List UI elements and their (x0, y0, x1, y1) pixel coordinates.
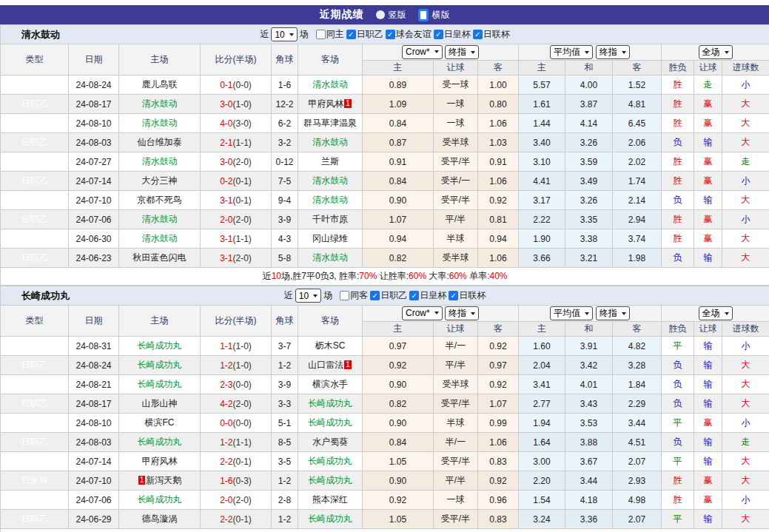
result-goals: 大 (722, 510, 769, 529)
home-team: 长崎成功丸 (138, 340, 182, 351)
match-count-select-value: 10 (299, 291, 309, 301)
checkbox-checked-icon: ✓ (434, 30, 443, 39)
same-side-checkbox[interactable]: 同客 (340, 289, 368, 302)
same-side-checkbox[interactable]: 同主 (316, 28, 344, 41)
corner-score: 12-2 (272, 95, 298, 114)
score-cell: 2-2(0-1) (201, 510, 272, 529)
match-date: 24-08-03 (69, 133, 119, 152)
avg-home-odds: 1.90 (519, 229, 565, 249)
avg-home-odds: 5.57 (519, 75, 565, 95)
league-checkbox-0[interactable]: ✓日职乙 (346, 28, 383, 41)
chevron-down-icon (471, 312, 475, 315)
col-header-home: 主场 (119, 44, 201, 75)
away-team-text: 冈山绿雉 (312, 233, 348, 243)
handicap-line: 受半球 (434, 375, 478, 394)
result-outcome: 平 (662, 510, 694, 529)
league-checkbox-1[interactable]: ✓球会友谊 (386, 28, 431, 41)
avg-away-odds: 3.28 (613, 356, 662, 375)
home-team-text: 长崎成功丸 (138, 494, 182, 505)
away-team-cell: 清水鼓动 (298, 249, 363, 268)
col-header-home: 主场 (119, 306, 201, 337)
scope-select[interactable]: 全场 (699, 306, 733, 320)
match-count-select[interactable]: 10 (271, 27, 297, 41)
league-checkbox-3-label: 日联杯 (483, 28, 510, 41)
away-team-text: 长崎成功丸 (308, 398, 352, 408)
match-count-select[interactable]: 10 (295, 289, 321, 303)
league-checkbox-1[interactable]: ✓日皇杯 (409, 289, 446, 302)
home-team-text: 清水鼓动 (142, 233, 178, 243)
away-team-cell: 千叶市原 (298, 210, 363, 229)
handicap-away-odds: 1.03 (478, 133, 519, 152)
match-date: 24-07-10 (69, 191, 119, 210)
home-team-text: 新泻天鹅 (146, 475, 181, 485)
scope-select-group: 全场 (662, 44, 769, 61)
league-checkbox-3[interactable]: ✓日联杯 (473, 28, 510, 41)
avg-away-odds: 2.06 (613, 133, 662, 152)
half-time-score: (0-3) (233, 476, 252, 486)
summary-part: 单率: (467, 271, 490, 281)
avg-stage-select[interactable]: 终指 (596, 306, 630, 320)
result-outcome: 平 (662, 337, 694, 356)
full-time-score: 3-0 (220, 157, 232, 167)
result-handicap: 赢 (694, 172, 722, 191)
type-badge: 日皇杯 (1, 471, 69, 491)
col-header-score: 比分(半场) (201, 306, 272, 337)
layout-radio-horizontal[interactable]: 横版 (418, 9, 450, 21)
result-handicap: 赢 (694, 471, 722, 491)
avg-draw-odds: 3.67 (565, 452, 613, 471)
handicap-home-odds: 0.90 (363, 375, 434, 394)
away-team: 清水鼓动 (312, 175, 348, 186)
summary-part: 近 (263, 271, 272, 281)
home-team-text: 甲府风林 (142, 456, 178, 466)
col-header-corner: 角球 (272, 306, 298, 337)
home-team: 横滨FC (145, 417, 175, 428)
handicap-line: 半/一 (434, 337, 478, 356)
handicap-home-odds: 0.94 (363, 229, 434, 249)
match-row: 日皇杯24-07-10京都不死鸟3-1(0-1)9-4清水鼓动0.90受平/半0… (1, 191, 769, 210)
avg-away-odds: 2.07 (613, 452, 662, 471)
league-checkbox-2[interactable]: ✓日皇杯 (434, 28, 471, 41)
odds-source-select[interactable]: Crow* (402, 306, 443, 320)
away-team-cell: 甲府风林1 (298, 95, 363, 114)
match-row: 日皇杯24-08-21长崎成功丸2-3(0-0)3-9横滨水手0.90受半球0.… (1, 375, 769, 394)
chevron-down-icon (585, 51, 589, 54)
result-handicap: 赢 (694, 414, 722, 433)
red-card-badge: 1 (344, 360, 352, 369)
avg-draw-odds: 3.38 (565, 229, 613, 249)
filter-controls: 近10场同主✓日职乙✓球会友谊✓日皇杯✓日联杯 (260, 27, 509, 41)
half-time-score: (0-1) (233, 195, 252, 206)
away-team-text: 山口雷法 (308, 360, 343, 370)
checkbox-checked-icon: ✓ (370, 291, 380, 300)
layout-radio-vertical[interactable]: 竖版 (376, 9, 406, 21)
odds-source-select[interactable]: Crow* (402, 45, 443, 59)
avg-source-select[interactable]: 平均值 (550, 306, 593, 320)
checkbox-checked-icon: ✓ (409, 291, 419, 300)
league-checkbox-2[interactable]: ✓日联杯 (449, 289, 486, 302)
handicap-home-odds: 0.84 (363, 172, 434, 191)
handicap-home-odds: 0.84 (363, 114, 434, 133)
corner-score: 1-2 (272, 471, 298, 491)
type-badge: 日职乙 (1, 452, 69, 471)
sub-col-header-1: 让球 (434, 61, 478, 75)
checkbox-checked-icon: ✓ (386, 30, 395, 39)
odds-stage-select[interactable]: 终指 (445, 306, 479, 320)
handicap-line: 一球 (434, 491, 478, 510)
match-row: 日职乙24-06-30清水鼓动3-1(1-1)4-3冈山绿雉0.94半球0.94… (1, 229, 769, 249)
result-outcome: 胜 (662, 229, 694, 249)
away-team: 冈山绿雉 (312, 233, 348, 243)
scope-select[interactable]: 全场 (699, 45, 733, 59)
handicap-line: 一球 (434, 95, 478, 114)
sub-col-header-6: 胜负 (662, 322, 694, 337)
odds-stage-select[interactable]: 终指 (445, 45, 479, 59)
away-team-text: 兰斯 (321, 156, 339, 166)
away-team-text: 枥木SC (315, 340, 346, 351)
avg-home-odds: 3.17 (519, 191, 565, 210)
avg-stage-select[interactable]: 终指 (596, 45, 630, 59)
half-time-score: (2-0) (233, 215, 252, 225)
score-cell: 1-2(1-0) (201, 356, 272, 375)
match-date: 24-08-24 (69, 356, 119, 375)
home-team-cell: 长崎成功丸 (119, 337, 201, 356)
avg-source-select[interactable]: 平均值 (550, 45, 593, 59)
league-checkbox-0[interactable]: ✓日职乙 (370, 289, 407, 302)
result-outcome: 负 (662, 356, 694, 375)
